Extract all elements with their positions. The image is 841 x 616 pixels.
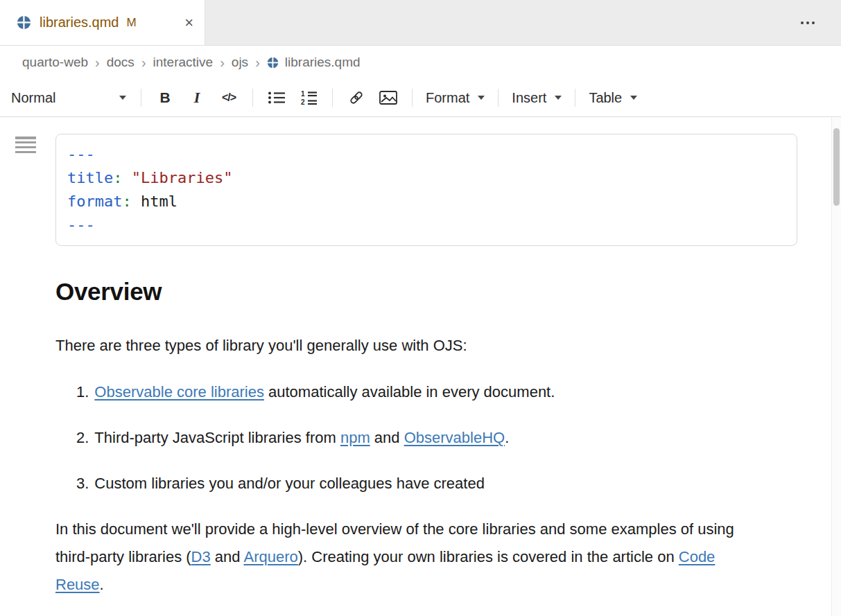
toolbar-divider (498, 89, 498, 107)
svg-text:1: 1 (301, 90, 305, 98)
breadcrumb-separator: › (95, 55, 100, 71)
bullet-list-button[interactable] (261, 84, 293, 112)
breadcrumb: quarto-web › docs › interactive › ojs › … (0, 46, 841, 79)
list-marker: 3. (76, 470, 89, 498)
list-item[interactable]: 1. Observable core libraries automatical… (55, 378, 756, 406)
toolbar-divider (252, 89, 253, 107)
chevron-down-icon (119, 96, 126, 100)
doc-link[interactable]: npm (340, 429, 370, 446)
link-icon (348, 89, 365, 106)
breadcrumb-item-quarto-web[interactable]: quarto-web (22, 55, 88, 70)
list-item-text: Third-party JavaScript libraries from np… (94, 424, 509, 452)
format-dropdown[interactable]: Format (420, 84, 490, 112)
list-item[interactable]: 2. Third-party JavaScript libraries from… (55, 424, 756, 452)
chevron-down-icon (630, 96, 637, 100)
yaml-front-matter-block[interactable]: --- title: "Libraries" format: html --- (55, 134, 797, 246)
breadcrumb-item-interactive[interactable]: interactive (153, 55, 214, 70)
image-button[interactable] (372, 84, 404, 112)
toolbar-divider (332, 89, 333, 107)
list-item-text: Observable core libraries automatically … (94, 378, 555, 406)
breadcrumb-separator: › (255, 55, 260, 71)
breadcrumb-separator: › (220, 55, 225, 71)
table-dropdown[interactable]: Table (583, 84, 643, 112)
toolbar-divider (141, 89, 141, 107)
list-marker: 2. (76, 424, 89, 452)
insert-dropdown[interactable]: Insert (506, 84, 567, 112)
numbered-list-button[interactable]: 1 2 (293, 84, 324, 112)
paragraph-style-label: Normal (11, 90, 55, 106)
doc-heading[interactable]: Overview (55, 278, 841, 306)
chevron-down-icon (555, 96, 562, 100)
italic-button[interactable]: I (181, 84, 213, 112)
breadcrumb-item-docs[interactable]: docs (107, 55, 135, 70)
list-marker: 1. (76, 378, 89, 406)
chevron-down-icon (478, 96, 485, 100)
breadcrumb-item-file[interactable]: libraries.qmd (267, 55, 361, 70)
image-icon (379, 90, 397, 105)
breadcrumb-separator: › (141, 55, 146, 71)
table-label: Table (589, 90, 622, 106)
breadcrumb-file-label: libraries.qmd (285, 55, 361, 70)
bold-button[interactable]: B (149, 84, 181, 112)
tab-title: libraries.qmd (40, 15, 119, 30)
insert-label: Insert (512, 90, 546, 106)
list-item[interactable]: 3. Custom libraries you and/or your coll… (55, 470, 756, 498)
tab-close-icon[interactable]: × (184, 15, 193, 30)
editor-canvas: --- title: "Libraries" format: html --- … (0, 117, 841, 616)
tab-libraries-qmd[interactable]: libraries.qmd M × (0, 0, 205, 45)
paragraph-style-dropdown[interactable]: Normal (11, 84, 133, 112)
tab-bar: libraries.qmd M × (0, 0, 841, 46)
drag-handle-icon[interactable] (15, 137, 36, 154)
doc-paragraph-closing[interactable]: In this document we'll provide a high-le… (55, 516, 757, 599)
doc-link[interactable]: Arquero (243, 548, 297, 565)
doc-link[interactable]: ObservableHQ (404, 429, 505, 446)
toolbar-divider (575, 89, 575, 107)
doc-paragraph-intro[interactable]: There are three types of library you'll … (55, 332, 756, 360)
numbered-list-icon: 1 2 (300, 90, 318, 105)
inline-code-button[interactable]: </> (213, 84, 245, 112)
yaml-line: --- (67, 143, 786, 166)
git-modified-badge: M (126, 16, 136, 30)
yaml-line: format: html (67, 190, 786, 213)
numbered-list: 1. Observable core libraries automatical… (55, 378, 756, 498)
yaml-line: title: "Libraries" (67, 166, 786, 190)
yaml-line: --- (67, 213, 786, 237)
link-button[interactable] (340, 84, 372, 112)
scrollbar-thumb[interactable] (833, 128, 840, 206)
editor-toolbar: Normal B I </> 1 2 (0, 79, 841, 117)
doc-link[interactable]: Observable core libraries (94, 383, 264, 401)
quarto-logo-icon (17, 15, 31, 30)
svg-text:2: 2 (301, 98, 305, 105)
quarto-logo-icon (267, 57, 279, 69)
more-actions-icon[interactable] (797, 17, 819, 28)
toolbar-divider (412, 89, 413, 107)
bullet-list-icon (268, 91, 286, 105)
format-label: Format (426, 90, 469, 106)
breadcrumb-item-ojs[interactable]: ojs (232, 55, 248, 70)
scrollbar-track[interactable] (831, 117, 841, 616)
doc-link[interactable]: D3 (191, 548, 211, 565)
list-item-text: Custom libraries you and/or your colleag… (94, 470, 485, 498)
